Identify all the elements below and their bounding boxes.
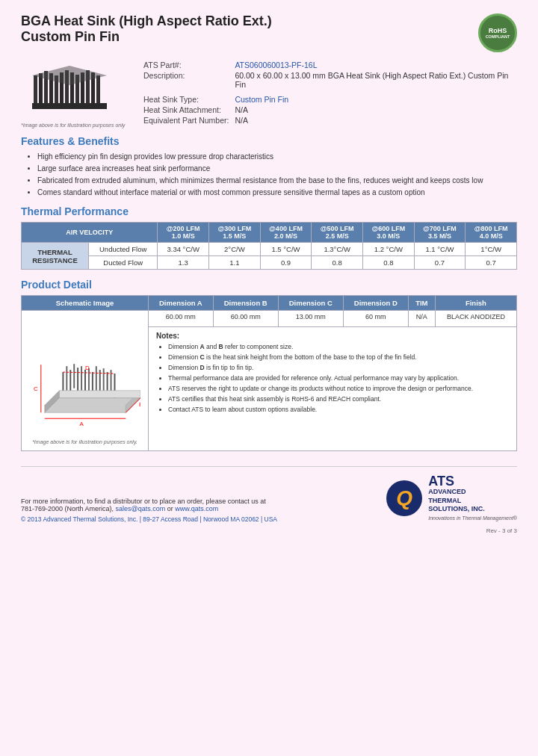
- note-5: ATS reserves the right to update or chan…: [168, 385, 509, 394]
- unducted-val-1: 2°C/W: [209, 243, 261, 256]
- unducted-label: Unducted Flow: [89, 243, 158, 256]
- schematic-cell: A B C D *Image above is for illustration…: [22, 311, 149, 451]
- finish-header: Finish: [435, 296, 516, 311]
- svg-marker-14: [32, 66, 107, 85]
- thermal-section: Thermal Performance AIR VELOCITY @200 LF…: [21, 205, 517, 270]
- unducted-val-0: 3.34 °C/W: [158, 243, 209, 256]
- dim-c-value: 13.00 mm: [278, 311, 343, 327]
- heatsink-svg: [25, 62, 114, 118]
- heat-sink-attachment-value: N/A: [232, 105, 517, 115]
- ats-tagline: Innovations in Thermal Management®: [428, 515, 517, 521]
- dim-a-header: Dimension A: [149, 296, 214, 311]
- tim-header: TIM: [408, 296, 435, 311]
- ats-name-3: SOLUTIONS, INC.: [428, 505, 485, 512]
- unducted-val-6: 1°C/W: [466, 243, 517, 256]
- col-300lfm: @300 LFM1.5 M/S: [209, 223, 261, 243]
- dim-c-header: Dimension C: [278, 296, 343, 311]
- heat-sink-type-value: Custom Pin Fin: [232, 94, 517, 105]
- footer-email[interactable]: sales@qats.com: [116, 505, 166, 512]
- schematic-caption: *Image above is for illustration purpose…: [28, 439, 142, 444]
- ducted-label: Ducted Flow: [89, 256, 158, 270]
- ducted-val-3: 0.8: [312, 256, 363, 270]
- ducted-val-6: 0.7: [466, 256, 517, 270]
- unducted-val-4: 1.2 °C/W: [362, 243, 414, 256]
- footer-phone: 781-769-2000 (North America): [21, 505, 112, 512]
- svg-text:A: A: [79, 421, 84, 427]
- description-label: Description:: [140, 70, 232, 90]
- footer-section: For more information, to find a distribu…: [21, 466, 517, 523]
- rohs-badge: RoHS COMPLIANT: [478, 13, 517, 52]
- heat-sink-type-label: Heat Sink Type:: [140, 94, 232, 105]
- feature-item-2: Large surface area increases heat sink p…: [37, 164, 517, 174]
- dim-d-header: Dimension D: [343, 296, 408, 311]
- unducted-val-3: 1.3°C/W: [312, 243, 363, 256]
- ducted-val-5: 0.7: [414, 256, 466, 270]
- footer-left: For more information, to find a distribu…: [21, 498, 277, 523]
- equivalent-part-label: Equivalent Part Number:: [140, 115, 232, 126]
- feature-item-3: Fabricated from extruded aluminum, which…: [37, 176, 517, 186]
- schematic-header: Schematic Image: [22, 296, 149, 311]
- ducted-val-4: 0.8: [362, 256, 414, 270]
- image-caption: *Image above is for illustration purpose…: [21, 123, 126, 128]
- thermal-heading: Thermal Performance: [21, 205, 517, 217]
- dim-b-header: Dimension B: [213, 296, 278, 311]
- header-section: BGA Heat Sink (High Aspect Ratio Ext.) C…: [21, 13, 517, 52]
- col-400lfm: @400 LFM2.0 M/S: [260, 223, 312, 243]
- notes-cell: Notes: Dimension A and B refer to compon…: [149, 327, 517, 451]
- col-800lfm: @800 LFM4.0 M/S: [466, 223, 517, 243]
- svg-rect-0: [32, 103, 107, 109]
- unducted-val-2: 1.5 °C/W: [260, 243, 312, 256]
- thermal-unducted-row: THERMAL RESISTANCE Unducted Flow 3.34 °C…: [22, 243, 517, 256]
- features-list: High efficiency pin fin design provides …: [21, 152, 517, 198]
- svg-text:B: B: [139, 401, 140, 408]
- col-600lfm: @600 LFM3.0 M/S: [362, 223, 414, 243]
- copyright-line: © 2013 Advanced Thermal Solutions, Inc. …: [21, 515, 277, 523]
- features-section: Features & Benefits High efficiency pin …: [21, 135, 517, 198]
- feature-item-4: Comes standard without interface materia…: [37, 188, 517, 198]
- dim-b-value: 60.00 mm: [213, 311, 278, 327]
- ats-name-2: THERMAL: [428, 497, 461, 504]
- title-block: BGA Heat Sink (High Aspect Ratio Ext.) C…: [21, 13, 272, 45]
- rohs-text: RoHS: [489, 27, 507, 34]
- notes-list: Dimension A and B refer to component siz…: [156, 343, 509, 414]
- dim-a-value: 60.00 mm: [149, 311, 214, 327]
- product-specs: ATS Part#: ATS060060013-PF-16L Descripti…: [140, 60, 517, 128]
- footer-website[interactable]: www.qats.com: [175, 505, 218, 512]
- description-value: 60.00 x 60.00 x 13.00 mm BGA Heat Sink (…: [232, 70, 517, 90]
- page: BGA Heat Sink (High Aspect Ratio Ext.) C…: [0, 0, 538, 756]
- air-velocity-header: AIR VELOCITY: [22, 223, 158, 243]
- ats-name-1: ADVANCED: [428, 488, 466, 495]
- note-2: Dimension C is the heat sink height from…: [168, 353, 509, 362]
- svg-rect-13: [96, 75, 100, 103]
- title-line1: BGA Heat Sink (High Aspect Ratio Ext.): [21, 13, 272, 29]
- ats-logo-text: ATS ADVANCED THERMAL SOLUTIONS, INC. Inn…: [428, 474, 517, 523]
- note-6: ATS certifies that this heat sink assemb…: [168, 395, 509, 404]
- ats-part-value: ATS060060013-PF-16L: [232, 60, 517, 70]
- tim-value: N/A: [408, 311, 435, 327]
- ducted-val-2: 0.9: [260, 256, 312, 270]
- note-3: Dimension D is fin tip to fin tip.: [168, 364, 509, 373]
- feature-item-1: High efficiency pin fin design provides …: [37, 152, 517, 162]
- rohs-compliant: COMPLIANT: [486, 34, 510, 39]
- spec-table: ATS Part#: ATS060060013-PF-16L Descripti…: [140, 60, 517, 126]
- ats-logo-circle: Q: [386, 480, 422, 516]
- schematic-isometric-svg: A B C D: [30, 317, 140, 435]
- note-7: Contact ATS to learn about custom option…: [168, 406, 509, 415]
- page-number: Rev - 3 of 3: [21, 527, 517, 534]
- product-detail-heading: Product Detail: [21, 279, 517, 291]
- contact-line: For more information, to find a distribu…: [21, 498, 277, 512]
- thermal-table: AIR VELOCITY @200 LFM1.0 M/S @300 LFM1.5…: [21, 222, 517, 270]
- note-4: Thermal performance data are provided fo…: [168, 374, 509, 383]
- note-1: Dimension A and B refer to component siz…: [168, 343, 509, 352]
- title-line2: Custom Pin Fin: [21, 29, 272, 45]
- svg-text:C: C: [33, 385, 37, 392]
- features-heading: Features & Benefits: [21, 135, 517, 147]
- notes-heading: Notes:: [156, 332, 509, 340]
- col-200lfm: @200 LFM1.0 M/S: [158, 223, 209, 243]
- ats-logo: Q ATS ADVANCED THERMAL SOLUTIONS, INC. I…: [386, 474, 517, 523]
- svg-text:D: D: [85, 365, 90, 371]
- equivalent-part-value: N/A: [232, 115, 517, 126]
- dim-d-value: 60 mm: [343, 311, 408, 327]
- thermal-ducted-row: Ducted Flow 1.3 1.1 0.9 0.8 0.8 0.7 0.7: [22, 256, 517, 270]
- col-700lfm: @700 LFM3.5 M/S: [414, 223, 466, 243]
